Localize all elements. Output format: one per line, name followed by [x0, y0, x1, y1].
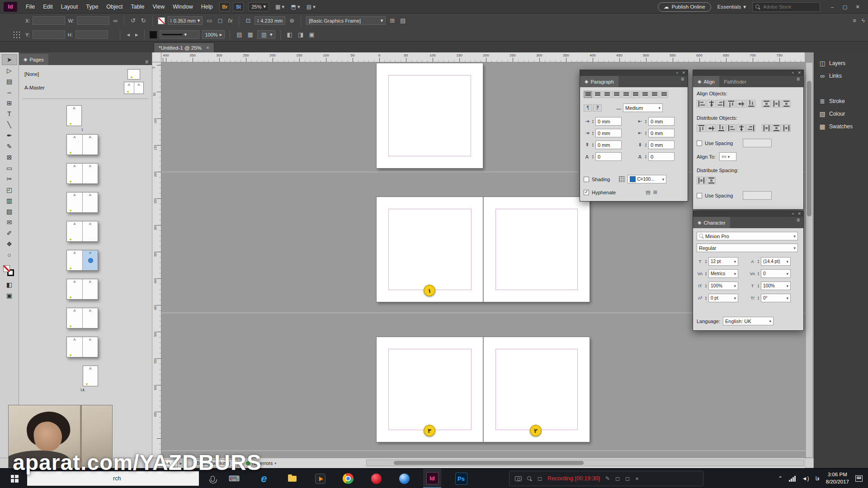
character-font-size-select[interactable]: 12 pt▾: [708, 257, 738, 266]
fill-swatch[interactable]: [3, 265, 10, 272]
volume-icon[interactable]: ◄): [802, 475, 809, 482]
flip-vertical-icon[interactable]: ◨: [297, 31, 305, 38]
vertical-ruler[interactable]: 050100150200250300350400450500550600650: [152, 62, 161, 458]
language-indicator[interactable]: فا: [815, 475, 819, 482]
page-thumbnail[interactable]: AA: [66, 337, 98, 357]
camera-icon[interactable]: [515, 476, 522, 481]
rotate-cw-icon[interactable]: ↻: [140, 17, 147, 24]
align-left-edge-icon[interactable]: ▤: [235, 31, 243, 38]
gradient-select[interactable]: ▥▾: [257, 30, 275, 39]
paragraph-drop-cap-lines-input[interactable]: 0: [595, 152, 622, 161]
preview-mode-icon[interactable]: ▣: [307, 31, 316, 38]
menu-type[interactable]: Type: [82, 1, 102, 13]
direct-selection-tool[interactable]: ▷: [2, 65, 17, 76]
character-panel-menu-icon[interactable]: ≡: [793, 217, 803, 228]
stock-search-input[interactable]: [763, 4, 813, 9]
align-top-button[interactable]: [726, 100, 736, 108]
ruler-origin-box[interactable]: [152, 52, 161, 62]
paragraph-align-right-button[interactable]: [603, 91, 611, 98]
content-collector-tool[interactable]: ⊞: [2, 98, 17, 108]
stepper[interactable]: ▴ ▾: [758, 259, 759, 264]
horizontal-scrollbar-thumb[interactable]: [394, 461, 584, 465]
use-spacing-2-checkbox[interactable]: [697, 193, 702, 198]
align-left-button[interactable]: [697, 100, 706, 108]
collapse-panel-icon[interactable]: «: [676, 71, 678, 75]
shading-settings-icon[interactable]: [619, 176, 625, 182]
opera-button[interactable]: [368, 469, 384, 488]
paragraph-align-away-from-spine-button[interactable]: [660, 91, 668, 98]
paragraph-align-center-button[interactable]: [593, 91, 602, 98]
hyphenate-checkbox[interactable]: [584, 190, 589, 195]
eyedropper-tool[interactable]: ✐: [2, 228, 17, 239]
chrome-button[interactable]: [340, 469, 356, 488]
pages-panel-item[interactable]: AA۹-۸: [66, 221, 98, 227]
stepper[interactable]: ▴ ▾: [645, 155, 646, 159]
character-baseline-shift-select[interactable]: 0 pt▾: [708, 294, 738, 302]
dock-swatches-button[interactable]: ▦Swatches: [814, 120, 868, 133]
pages-panel-item[interactable]: AA۱۳-۱۲: [66, 279, 98, 285]
distribute-extra-2-button[interactable]: [772, 124, 781, 132]
screen-mode-icon[interactable]: ⬒: [291, 4, 296, 10]
minimize-button[interactable]: –: [826, 2, 838, 11]
scissors-tool[interactable]: ✂: [2, 174, 17, 184]
align-to-select[interactable]: ▭▾: [719, 152, 736, 161]
document-page[interactable]: [483, 197, 590, 302]
stepper[interactable]: ▴ ▾: [758, 272, 759, 276]
show-hidden-icons-button[interactable]: ⌃: [778, 475, 783, 482]
taskbar-clock[interactable]: 3:06 PM 8/20/2017: [826, 471, 849, 485]
draw-icon[interactable]: ✎: [605, 475, 610, 482]
distribute-right-button[interactable]: [746, 124, 755, 132]
align-panel-menu-icon[interactable]: ≡: [793, 76, 803, 87]
screen-mode-button[interactable]: ▣: [2, 290, 17, 301]
distribute-top-button[interactable]: [697, 124, 706, 132]
menu-table[interactable]: Table: [127, 1, 148, 13]
align-grid-icon[interactable]: ▦: [246, 31, 254, 38]
media-player-button[interactable]: [312, 469, 328, 488]
overlay-icon[interactable]: ◻: [615, 475, 620, 482]
character-kerning-select[interactable]: Metrics▾: [708, 269, 738, 278]
stepper[interactable]: ▴ ▾: [645, 131, 646, 136]
dock-links-button[interactable]: ∞Links: [814, 70, 868, 82]
frame-fitting-icon[interactable]: ⊞: [388, 17, 396, 24]
paragraph-left-indent-input[interactable]: 0 mm: [595, 117, 622, 126]
stepper[interactable]: ▴▾: [170, 19, 172, 23]
indesign-taskbar-button[interactable]: Id: [423, 469, 441, 488]
distribute-horizontal-space-button[interactable]: [697, 177, 706, 184]
close-panel-icon[interactable]: ✕: [797, 212, 801, 216]
paragraph-justify-all-button[interactable]: [641, 91, 649, 98]
stepper[interactable]: ▴ ▾: [705, 284, 707, 288]
paragraph-tab[interactable]: ◈Paragraph: [580, 76, 618, 87]
master-none-row[interactable]: [None]: [19, 68, 152, 80]
document-tab[interactable]: *Untitled-1 @ 25% ✕: [154, 42, 214, 52]
menu-layout[interactable]: Layout: [57, 1, 82, 13]
zoom-level-select[interactable]: 25%▾: [248, 2, 269, 11]
flip-horizontal-icon[interactable]: ◧: [286, 31, 294, 38]
adobe-stock-search[interactable]: [752, 2, 820, 12]
quick-apply-icon[interactable]: ϟ: [860, 17, 866, 24]
stroke-type-select[interactable]: ▾: [160, 30, 199, 39]
overlay-icon-2[interactable]: ◻: [625, 475, 630, 482]
close-button[interactable]: ✕: [852, 2, 863, 11]
paragraph-panel-menu-icon[interactable]: ≡: [677, 76, 688, 87]
zoom-tool[interactable]: ○: [2, 249, 17, 260]
stepper[interactable]: ▴▾: [257, 19, 259, 23]
paragraph-align-left-button[interactable]: [584, 91, 592, 98]
page-thumbnail[interactable]: AA: [66, 221, 98, 242]
paragraph-last-line-indent-input[interactable]: 0 mm: [648, 129, 675, 137]
character-tab[interactable]: ◈Character: [693, 217, 730, 228]
page-thumbnail[interactable]: A: [66, 105, 82, 126]
workspace-switcher[interactable]: Essentials▾: [717, 4, 746, 10]
dock-stroke-button[interactable]: ≣Stroke: [814, 95, 868, 108]
action-center-icon[interactable]: [855, 475, 863, 482]
stepper[interactable]: ▴ ▾: [705, 259, 707, 264]
paragraph-drop-cap-chars-input[interactable]: 0: [648, 152, 675, 161]
menu-window[interactable]: Window: [169, 1, 197, 13]
control-panel-menu-icon[interactable]: ≡: [852, 17, 858, 24]
type-tool[interactable]: T: [2, 108, 17, 119]
font-family-select[interactable]: Minion Pro▾: [697, 232, 798, 240]
chevron-down-icon[interactable]: ▾: [274, 461, 276, 465]
select-content-icon[interactable]: ▸: [134, 31, 140, 38]
stepper[interactable]: ▴ ▾: [705, 272, 707, 276]
collapse-panel-icon[interactable]: «: [792, 212, 794, 216]
select-container-icon[interactable]: ◂: [125, 31, 131, 38]
